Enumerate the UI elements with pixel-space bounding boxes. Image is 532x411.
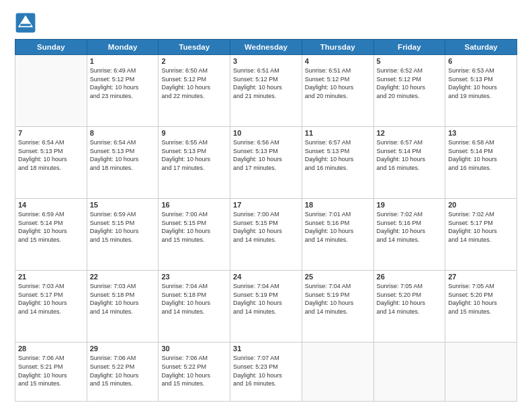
calendar-cell: 24Sunrise: 7:04 AMSunset: 5:19 PMDayligh… [230, 271, 302, 342]
day-info: Sunrise: 6:58 AMSunset: 5:14 PMDaylight:… [448, 138, 514, 172]
day-info: Sunrise: 6:50 AMSunset: 5:12 PMDaylight:… [161, 66, 227, 100]
day-number: 31 [233, 345, 299, 353]
day-number: 15 [90, 201, 156, 209]
day-info: Sunrise: 6:57 AMSunset: 5:14 PMDaylight:… [377, 138, 443, 172]
calendar-cell: 21Sunrise: 7:03 AMSunset: 5:17 PMDayligh… [15, 271, 87, 342]
calendar-cell: 9Sunrise: 6:55 AMSunset: 5:13 PMDaylight… [159, 127, 230, 199]
day-info: Sunrise: 7:01 AMSunset: 5:16 PMDaylight:… [305, 210, 371, 244]
day-info: Sunrise: 7:04 AMSunset: 5:18 PMDaylight:… [161, 282, 227, 316]
weekday-header: Tuesday [159, 40, 230, 55]
day-info: Sunrise: 6:53 AMSunset: 5:13 PMDaylight:… [448, 66, 514, 100]
calendar-cell: 12Sunrise: 6:57 AMSunset: 5:14 PMDayligh… [373, 127, 445, 199]
weekday-header: Thursday [302, 40, 373, 55]
day-info: Sunrise: 6:49 AMSunset: 5:12 PMDaylight:… [90, 66, 156, 100]
calendar-cell: 7Sunrise: 6:54 AMSunset: 5:13 PMDaylight… [15, 127, 87, 199]
calendar-cell: 16Sunrise: 7:00 AMSunset: 5:15 PMDayligh… [159, 199, 230, 271]
svg-rect-2 [20, 24, 31, 26]
calendar-cell: 29Sunrise: 7:06 AMSunset: 5:22 PMDayligh… [87, 342, 159, 402]
calendar-week-row: 1Sunrise: 6:49 AMSunset: 5:12 PMDaylight… [15, 55, 517, 127]
page: SundayMondayTuesdayWednesdayThursdayFrid… [0, 0, 532, 411]
day-info: Sunrise: 6:51 AMSunset: 5:12 PMDaylight:… [233, 66, 299, 100]
day-info: Sunrise: 6:56 AMSunset: 5:13 PMDaylight:… [233, 138, 299, 172]
day-number: 29 [90, 345, 156, 353]
day-number: 20 [448, 201, 514, 209]
day-number: 7 [18, 129, 84, 137]
day-number: 19 [377, 201, 443, 209]
day-info: Sunrise: 7:04 AMSunset: 5:19 PMDaylight:… [233, 282, 299, 316]
day-info: Sunrise: 7:07 AMSunset: 5:23 PMDaylight:… [233, 354, 299, 387]
day-number: 25 [305, 273, 371, 281]
day-number: 13 [448, 129, 514, 137]
calendar-cell: 15Sunrise: 6:59 AMSunset: 5:15 PMDayligh… [87, 199, 159, 271]
calendar-cell [15, 55, 87, 127]
day-number: 12 [377, 129, 443, 137]
day-number: 17 [233, 201, 299, 209]
day-number: 3 [233, 57, 299, 65]
calendar-cell: 2Sunrise: 6:50 AMSunset: 5:12 PMDaylight… [159, 55, 230, 127]
calendar-cell: 19Sunrise: 7:02 AMSunset: 5:16 PMDayligh… [373, 199, 445, 271]
day-info: Sunrise: 7:03 AMSunset: 5:17 PMDaylight:… [18, 282, 84, 316]
day-info: Sunrise: 7:06 AMSunset: 5:22 PMDaylight:… [161, 354, 227, 387]
logo [15, 12, 39, 34]
header [15, 12, 517, 34]
weekday-header: Saturday [445, 40, 517, 55]
calendar-cell [373, 342, 445, 402]
day-info: Sunrise: 6:55 AMSunset: 5:13 PMDaylight:… [161, 138, 227, 172]
day-number: 4 [305, 57, 371, 65]
day-number: 27 [448, 273, 514, 281]
day-info: Sunrise: 6:54 AMSunset: 5:13 PMDaylight:… [90, 138, 156, 172]
day-number: 18 [305, 201, 371, 209]
calendar-cell: 8Sunrise: 6:54 AMSunset: 5:13 PMDaylight… [87, 127, 159, 199]
calendar-cell: 13Sunrise: 6:58 AMSunset: 5:14 PMDayligh… [445, 127, 517, 199]
calendar-cell: 3Sunrise: 6:51 AMSunset: 5:12 PMDaylight… [230, 55, 302, 127]
day-number: 22 [90, 273, 156, 281]
calendar-cell: 10Sunrise: 6:56 AMSunset: 5:13 PMDayligh… [230, 127, 302, 199]
calendar-week-row: 14Sunrise: 6:59 AMSunset: 5:14 PMDayligh… [15, 199, 517, 271]
day-number: 6 [448, 57, 514, 65]
day-number: 11 [305, 129, 371, 137]
calendar-cell: 5Sunrise: 6:52 AMSunset: 5:12 PMDaylight… [373, 55, 445, 127]
day-info: Sunrise: 7:03 AMSunset: 5:18 PMDaylight:… [90, 282, 156, 316]
calendar-header-row: SundayMondayTuesdayWednesdayThursdayFrid… [15, 40, 517, 55]
day-number: 28 [18, 345, 84, 353]
calendar-cell: 18Sunrise: 7:01 AMSunset: 5:16 PMDayligh… [302, 199, 373, 271]
calendar-week-row: 21Sunrise: 7:03 AMSunset: 5:17 PMDayligh… [15, 271, 517, 342]
day-info: Sunrise: 7:00 AMSunset: 5:15 PMDaylight:… [233, 210, 299, 244]
day-info: Sunrise: 6:52 AMSunset: 5:12 PMDaylight:… [377, 66, 443, 100]
day-number: 16 [161, 201, 227, 209]
day-number: 26 [377, 273, 443, 281]
calendar-cell [445, 342, 517, 402]
calendar-cell: 27Sunrise: 7:05 AMSunset: 5:20 PMDayligh… [445, 271, 517, 342]
day-number: 14 [18, 201, 84, 209]
day-number: 1 [90, 57, 156, 65]
day-info: Sunrise: 7:02 AMSunset: 5:17 PMDaylight:… [448, 210, 514, 244]
day-number: 8 [90, 129, 156, 137]
calendar-cell: 1Sunrise: 6:49 AMSunset: 5:12 PMDaylight… [87, 55, 159, 127]
day-info: Sunrise: 6:59 AMSunset: 5:14 PMDaylight:… [18, 210, 84, 244]
day-info: Sunrise: 6:59 AMSunset: 5:15 PMDaylight:… [90, 210, 156, 244]
day-number: 30 [161, 345, 227, 353]
calendar-cell: 6Sunrise: 6:53 AMSunset: 5:13 PMDaylight… [445, 55, 517, 127]
day-info: Sunrise: 7:05 AMSunset: 5:20 PMDaylight:… [377, 282, 443, 316]
calendar-cell: 4Sunrise: 6:51 AMSunset: 5:12 PMDaylight… [302, 55, 373, 127]
calendar-cell: 26Sunrise: 7:05 AMSunset: 5:20 PMDayligh… [373, 271, 445, 342]
day-info: Sunrise: 6:51 AMSunset: 5:12 PMDaylight:… [305, 66, 371, 100]
day-number: 21 [18, 273, 84, 281]
calendar-week-row: 7Sunrise: 6:54 AMSunset: 5:13 PMDaylight… [15, 127, 517, 199]
calendar: SundayMondayTuesdayWednesdayThursdayFrid… [15, 39, 517, 402]
day-number: 23 [161, 273, 227, 281]
day-number: 9 [161, 129, 227, 137]
day-info: Sunrise: 6:57 AMSunset: 5:13 PMDaylight:… [305, 138, 371, 172]
logo-icon [15, 12, 36, 34]
calendar-week-row: 28Sunrise: 7:06 AMSunset: 5:21 PMDayligh… [15, 342, 517, 402]
day-info: Sunrise: 7:05 AMSunset: 5:20 PMDaylight:… [448, 282, 514, 316]
weekday-header: Sunday [15, 40, 87, 55]
weekday-header: Wednesday [230, 40, 302, 55]
calendar-cell: 14Sunrise: 6:59 AMSunset: 5:14 PMDayligh… [15, 199, 87, 271]
calendar-cell: 28Sunrise: 7:06 AMSunset: 5:21 PMDayligh… [15, 342, 87, 402]
day-info: Sunrise: 7:06 AMSunset: 5:21 PMDaylight:… [18, 354, 84, 387]
calendar-cell: 25Sunrise: 7:04 AMSunset: 5:19 PMDayligh… [302, 271, 373, 342]
calendar-cell: 23Sunrise: 7:04 AMSunset: 5:18 PMDayligh… [159, 271, 230, 342]
day-info: Sunrise: 7:02 AMSunset: 5:16 PMDaylight:… [377, 210, 443, 244]
calendar-cell: 30Sunrise: 7:06 AMSunset: 5:22 PMDayligh… [159, 342, 230, 402]
